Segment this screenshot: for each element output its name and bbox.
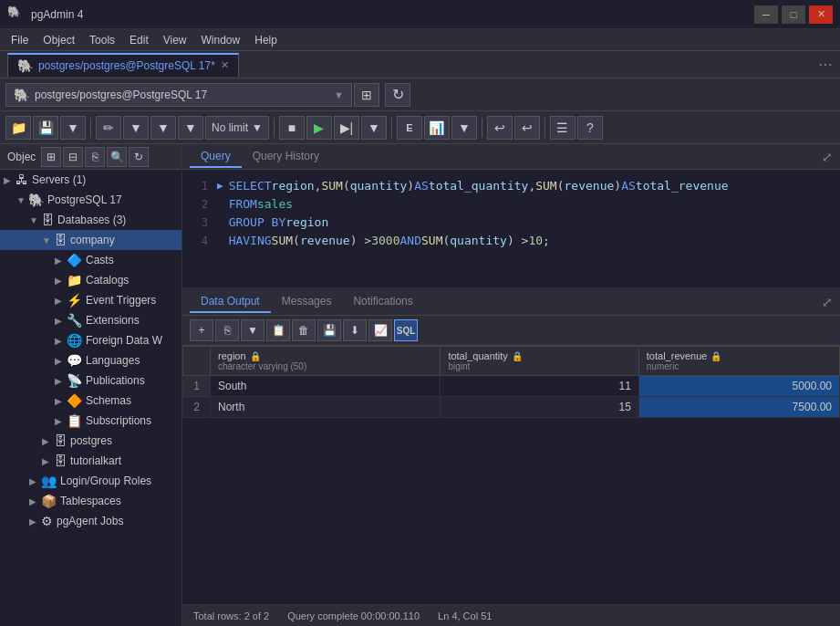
- cell-total-quantity[interactable]: 15: [441, 397, 638, 418]
- sidebar-table-btn[interactable]: ⊞: [41, 147, 61, 167]
- tab-query[interactable]: Query: [190, 146, 242, 168]
- output-area: Data Output Messages Notifications ⤢ + ⎘…: [182, 288, 840, 604]
- tree-item[interactable]: ▶ 🖧 Servers (1): [0, 170, 181, 190]
- maximize-button[interactable]: □: [782, 5, 805, 24]
- out-graph-btn[interactable]: 📈: [368, 319, 392, 341]
- commit-button[interactable]: ↩: [487, 116, 513, 140]
- col-header[interactable]: region🔒character varying (50): [211, 347, 441, 376]
- filter-dropdown-button[interactable]: ▼: [178, 116, 203, 140]
- tree-item[interactable]: ▶ 📋 Subscriptions: [0, 411, 181, 431]
- sql-token: region: [272, 177, 315, 195]
- out-add-row-btn[interactable]: +: [190, 319, 213, 341]
- tree-item[interactable]: ▶ ⚙ pgAgent Jobs: [0, 511, 181, 531]
- tree-item[interactable]: ▶ 💬 Languages: [0, 350, 181, 370]
- out-delete-btn[interactable]: 🗑: [292, 319, 316, 341]
- sql-token: SUM: [321, 177, 342, 195]
- tree-item[interactable]: ▶ 👥 Login/Group Roles: [0, 471, 181, 491]
- tree-item[interactable]: ▼ 🐘 PostgreSQL 17: [0, 190, 181, 210]
- sidebar-search-btn[interactable]: 🔍: [107, 147, 127, 167]
- menu-object[interactable]: Object: [36, 32, 82, 48]
- db-selector[interactable]: 🐘 postgres/postgres@PostgreSQL 17 ▼: [5, 83, 352, 107]
- tree-item[interactable]: ▶ 📦 Tablespaces: [0, 491, 181, 511]
- db-connect-button[interactable]: ⊞: [354, 83, 379, 107]
- refresh-button[interactable]: ↻: [385, 83, 410, 107]
- cell-total-revenue[interactable]: 5000.00: [638, 376, 839, 397]
- menu-window[interactable]: Window: [194, 32, 248, 48]
- cell-region[interactable]: South: [211, 376, 441, 397]
- sql-token: ,: [315, 177, 322, 195]
- node-icon: 🐘: [28, 193, 44, 207]
- menu-help[interactable]: Help: [247, 32, 285, 48]
- tab-notifications[interactable]: Notifications: [342, 291, 423, 313]
- menu-view[interactable]: View: [156, 32, 194, 48]
- save-dropdown-button[interactable]: ▼: [60, 116, 86, 140]
- tree-item[interactable]: ▶ 🌐 Foreign Data W: [0, 330, 181, 350]
- col-header[interactable]: total_quantity🔒bigint: [441, 347, 638, 376]
- tree-item[interactable]: ▶ ⚡ Event Triggers: [0, 290, 181, 310]
- execute-options-button[interactable]: ▶|: [334, 116, 359, 140]
- node-label: Schemas: [86, 394, 131, 407]
- sql-token: AND: [400, 232, 421, 250]
- out-copy-dropdown-btn[interactable]: ▼: [241, 319, 264, 341]
- tab-messages[interactable]: Messages: [271, 291, 343, 313]
- close-button[interactable]: ✕: [809, 5, 833, 24]
- tab-bar: 🐘 postgres/postgres@PostgreSQL 17* ✕ ⋯: [0, 51, 840, 78]
- menu-edit[interactable]: Edit: [122, 32, 156, 48]
- tree-item[interactable]: ▶ 🗄 tutorialkart: [0, 451, 181, 471]
- out-sql-btn[interactable]: SQL: [394, 319, 418, 341]
- cell-total-revenue[interactable]: 7500.00: [638, 397, 839, 418]
- stop-button[interactable]: ■: [279, 116, 305, 140]
- tree-item[interactable]: ▶ 🗄 postgres: [0, 431, 181, 451]
- tree-item[interactable]: ▶ 🔧 Extensions: [0, 310, 181, 330]
- output-expand-button[interactable]: ⤢: [822, 295, 833, 309]
- sql-editor[interactable]: 1▶SELECT region, SUM(quantity) AS total_…: [182, 170, 840, 288]
- query-expand-button[interactable]: ⤢: [822, 150, 833, 164]
- sidebar-grid-btn[interactable]: ⊟: [63, 147, 83, 167]
- sidebar-copy-btn[interactable]: ⎘: [85, 147, 105, 167]
- out-download-btn[interactable]: ⬇: [343, 319, 367, 341]
- edit-dropdown-button[interactable]: ▼: [123, 116, 149, 140]
- cell-region[interactable]: North: [211, 397, 441, 418]
- tree-item[interactable]: ▶ 🔶 Schemas: [0, 391, 181, 411]
- tree-item[interactable]: ▶ 📡 Publications: [0, 370, 181, 391]
- explain-dropdown-button[interactable]: ▼: [451, 116, 477, 140]
- rollback-button[interactable]: ↩: [514, 116, 540, 140]
- out-copy-btn[interactable]: ⎘: [215, 319, 239, 341]
- tab-data-output[interactable]: Data Output: [190, 291, 271, 313]
- tree-item[interactable]: ▶ 🔷 Casts: [0, 250, 181, 270]
- limit-select[interactable]: No limit ▼: [205, 116, 269, 140]
- sql-token: (: [293, 232, 300, 250]
- explain-analyze-button[interactable]: 📊: [424, 116, 450, 140]
- tab-query-history[interactable]: Query History: [242, 146, 330, 168]
- status-bar: Total rows: 2 of 2 Query complete 00:00:…: [182, 604, 840, 626]
- sql-token: 3000: [371, 232, 399, 250]
- tab-label: postgres/postgres@PostgreSQL 17*: [38, 59, 215, 72]
- execute-dropdown-button[interactable]: ▼: [361, 116, 387, 140]
- tree-item[interactable]: ▼ 🗄 Databases (3): [0, 210, 181, 230]
- sidebar-refresh-btn[interactable]: ↻: [129, 147, 149, 167]
- menu-file[interactable]: File: [4, 32, 36, 48]
- sql-line: 4▶HAVING SUM(revenue) > 3000 AND SUM(qua…: [190, 232, 833, 250]
- out-save-btn[interactable]: 💾: [317, 319, 341, 341]
- filter-button[interactable]: ▼: [150, 116, 176, 140]
- col-name: total_revenue: [647, 350, 708, 361]
- execute-button[interactable]: ▶: [306, 116, 332, 140]
- menu-tools[interactable]: Tools: [82, 32, 122, 48]
- tab-close-icon[interactable]: ✕: [221, 59, 229, 71]
- save-button[interactable]: 💾: [33, 116, 58, 140]
- sql-token: AS: [621, 177, 636, 195]
- macros-button[interactable]: ☰: [550, 116, 576, 140]
- explain-button[interactable]: E: [397, 116, 422, 140]
- cell-total-quantity[interactable]: 11: [441, 376, 638, 397]
- open-file-button[interactable]: 📁: [5, 116, 31, 140]
- col-header[interactable]: total_revenue🔒numeric: [638, 347, 839, 376]
- query-tab[interactable]: 🐘 postgres/postgres@PostgreSQL 17* ✕: [7, 53, 239, 77]
- tree-item[interactable]: ▼ 🗄 company: [0, 230, 181, 250]
- tree-item[interactable]: ▶ 📁 Catalogs: [0, 270, 181, 290]
- out-paste-btn[interactable]: 📋: [266, 319, 290, 341]
- edit-button[interactable]: ✏: [96, 116, 121, 140]
- tab-more-icon[interactable]: ⋯: [818, 56, 833, 73]
- minimize-button[interactable]: ─: [754, 5, 778, 24]
- node-icon: ⚡: [67, 293, 82, 308]
- help-button[interactable]: ?: [577, 116, 603, 140]
